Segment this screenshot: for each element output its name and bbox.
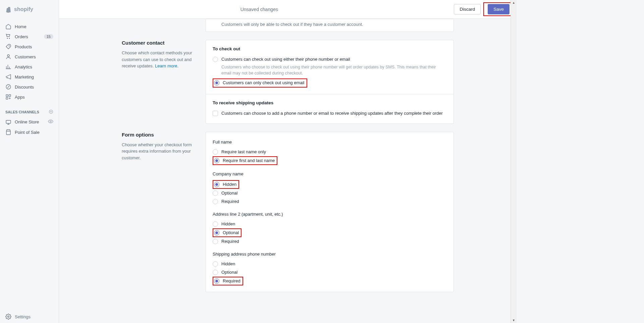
save-highlight: Save	[483, 2, 511, 16]
radio-icon	[213, 270, 218, 275]
scroll-up-icon[interactable]: ▲	[512, 0, 515, 5]
company-hidden[interactable]: Hidden	[213, 180, 239, 189]
radio-icon	[213, 221, 218, 227]
company-heading: Company name	[213, 171, 447, 176]
svg-point-1	[7, 55, 9, 57]
orders-icon	[5, 34, 11, 40]
svg-point-9	[8, 316, 9, 318]
nav-label: Products	[15, 44, 32, 49]
nav-label: Marketing	[15, 74, 34, 79]
nav-discounts[interactable]: Discounts	[0, 82, 59, 92]
radio-icon	[214, 278, 219, 284]
orders-badge: 15	[44, 34, 53, 39]
settings-content: Customers will only be able to check out…	[59, 19, 517, 323]
svg-point-8	[50, 121, 51, 122]
customers-icon	[5, 54, 11, 60]
radio-icon	[214, 182, 219, 187]
prev-card-partial: Customers will only be able to check out…	[206, 19, 454, 32]
radio-icon	[213, 191, 218, 196]
nav-marketing[interactable]: Marketing	[0, 72, 59, 82]
nav-label: Orders	[15, 34, 28, 39]
to-check-out-heading: To check out	[213, 46, 447, 51]
products-icon	[5, 44, 11, 50]
svg-point-0	[9, 46, 9, 46]
customer-contact-title: Customer contact	[122, 40, 199, 46]
gear-icon	[5, 314, 11, 320]
sales-channels-heading: SALES CHANNELS	[0, 107, 59, 117]
phone-hidden[interactable]: Hidden	[213, 260, 447, 268]
radio-icon	[213, 57, 218, 62]
address2-optional[interactable]: Optional	[213, 228, 241, 237]
checkout-option-sub: Customers who choose to check out using …	[221, 64, 447, 76]
online-store-icon	[5, 119, 11, 125]
main-nav: Home Orders 15 Products Customers Analyt…	[0, 19, 59, 140]
nav-customers[interactable]: Customers	[0, 52, 59, 62]
discounts-icon	[5, 84, 11, 90]
nav-label: Online Store	[15, 119, 39, 124]
scroll-down-icon[interactable]: ▼	[512, 318, 515, 323]
company-optional[interactable]: Optional	[213, 189, 447, 197]
learn-more-link[interactable]: Learn more.	[155, 63, 178, 68]
nav-apps[interactable]: Apps	[0, 92, 59, 102]
nav-products[interactable]: Products	[0, 42, 59, 52]
nav-orders[interactable]: Orders 15	[0, 32, 59, 42]
nav-home[interactable]: Home	[0, 21, 59, 32]
form-options-card: Full name Require last name only Require…	[206, 132, 454, 292]
full-name-first-and-last[interactable]: Require first and last name	[213, 156, 277, 165]
analytics-icon	[5, 64, 11, 70]
unsaved-changes-label: Unsaved changes	[64, 7, 454, 12]
svg-rect-4	[9, 95, 11, 96]
view-store-icon[interactable]	[48, 119, 53, 125]
svg-rect-5	[6, 98, 8, 99]
phone-optional[interactable]: Optional	[213, 268, 447, 276]
nav-label: Discounts	[15, 85, 34, 90]
save-button[interactable]: Save	[488, 4, 509, 14]
nav-label: Analytics	[15, 64, 32, 69]
checkbox-icon	[213, 111, 218, 116]
nav-label: Apps	[15, 95, 25, 100]
brand-name: shopify	[14, 6, 33, 12]
radio-icon	[214, 80, 219, 86]
radio-icon	[214, 158, 219, 163]
settings-label: Settings	[15, 314, 31, 319]
apps-icon	[5, 94, 11, 100]
nav-online-store[interactable]: Online Store	[0, 117, 59, 127]
add-channel-button[interactable]	[49, 109, 53, 115]
brand-logo[interactable]: shopify	[0, 0, 59, 19]
partial-text: Customers will only be able to check out…	[221, 22, 447, 27]
customer-contact-card: To check out Customers can check out usi…	[206, 40, 454, 124]
radio-icon	[214, 230, 219, 235]
nav-analytics[interactable]: Analytics	[0, 62, 59, 72]
phone-heading: Shipping address phone number	[213, 252, 447, 257]
nav-label: Home	[15, 24, 26, 29]
checkout-option-email-only[interactable]: Customers can only check out using email	[213, 78, 307, 87]
form-options-title: Form options	[122, 132, 199, 138]
nav-label: Point of Sale	[15, 130, 40, 135]
svg-rect-3	[6, 95, 8, 96]
radio-icon	[213, 199, 218, 204]
discard-button[interactable]: Discard	[454, 4, 481, 14]
browser-scrollbar[interactable]: ▲ ▼	[511, 0, 517, 323]
address2-heading: Address line 2 (apartment, unit, etc.)	[213, 212, 447, 217]
shipping-updates-checkbox[interactable]: Customers can choose to add a phone numb…	[213, 109, 447, 117]
sidebar: shopify Home Orders 15 Products Customer…	[0, 0, 59, 323]
pos-icon	[5, 129, 11, 135]
nav-label: Customers	[15, 54, 36, 59]
topbar: Unsaved changes Discard Save	[59, 0, 517, 19]
home-icon	[5, 23, 11, 30]
svg-rect-7	[6, 120, 11, 123]
nav-settings[interactable]: Settings	[0, 310, 59, 323]
full-name-last-only[interactable]: Require last name only	[213, 148, 447, 156]
company-required[interactable]: Required	[213, 198, 447, 206]
form-options-desc: Choose whether your checkout form requir…	[122, 142, 199, 161]
shipping-updates-heading: To receive shipping updates	[213, 100, 447, 105]
marketing-icon	[5, 74, 11, 80]
radio-icon	[213, 261, 218, 267]
customer-contact-desc: Choose which contact methods your custom…	[122, 50, 199, 69]
phone-required[interactable]: Required	[213, 277, 243, 285]
address2-required[interactable]: Required	[213, 237, 447, 246]
address2-hidden[interactable]: Hidden	[213, 220, 447, 228]
nav-point-of-sale[interactable]: Point of Sale	[0, 127, 59, 137]
full-name-heading: Full name	[213, 140, 447, 145]
checkout-option-phone-or-email[interactable]: Customers can check out using either the…	[213, 55, 447, 63]
